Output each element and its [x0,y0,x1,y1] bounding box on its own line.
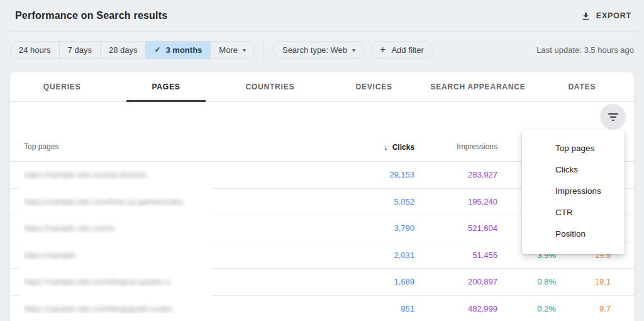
clicks-value: 3,790 [345,223,414,233]
menu-item-position[interactable]: Position [522,223,625,245]
ctr-value: 0.2% [497,304,556,313]
date-range-more[interactable]: More ▾ [210,42,254,59]
last-update-text: Last update: 3.5 hours ago [536,45,634,55]
date-range-3-months[interactable]: ✓ 3 months [145,42,210,59]
export-button[interactable]: EXPORT [581,11,631,21]
impressions-value: 51,455 [414,251,497,260]
add-filter-label: Add filter [391,45,423,55]
impressions-value: 195,240 [414,197,497,206]
dimension-tabs: QUERIES PAGES COUNTRIES DEVICES SEARCH A… [10,72,634,102]
tab-label: COUNTRIES [245,82,294,91]
clicks-value: 951 [345,304,414,313]
impressions-value: 283,927 [414,170,497,179]
column-filter-button[interactable] [600,104,626,130]
impressions-value: 521,604 [414,223,497,233]
tab-label: SEARCH APPEARANCE [430,82,525,91]
tab-label: DEVICES [356,82,392,91]
tab-queries[interactable]: QUERIES [10,72,114,101]
impressions-value: 200,897 [414,277,497,286]
column-header-top-pages[interactable]: Top pages [24,142,345,151]
plus-icon: + [380,44,386,55]
toolbar-separator [264,42,264,59]
menu-item-top-pages[interactable]: Top pages [522,138,625,159]
menu-item-ctr[interactable]: CTR [522,202,625,223]
column-header-impressions[interactable]: Impressions [414,142,497,151]
page-url-blurred: https://sample-site.com/blog/cp-guides-x [24,277,345,286]
privacy-blur-overlay [19,162,211,321]
search-type-label: Search type: Web [282,45,347,55]
filter-funnel-icon [608,113,618,115]
date-range-label: 3 months [166,45,203,55]
position-value: 9.7 [556,304,611,313]
tab-label: DATES [568,82,596,91]
chevron-down-icon: ▾ [352,47,355,54]
check-icon: ✓ [154,45,160,54]
table-controls-row [10,102,634,132]
tab-label: QUERIES [43,82,81,91]
download-icon [581,11,591,21]
export-label: EXPORT [596,11,631,20]
date-range-28-days[interactable]: 28 days [100,42,146,59]
column-header-clicks[interactable]: ↓Clicks [345,142,414,152]
chevron-down-icon: ▾ [243,47,246,54]
tab-search-appearance[interactable]: SEARCH APPEARANCE [426,72,530,101]
add-filter-chip[interactable]: + Add filter [370,41,433,59]
date-range-7-days[interactable]: 7 days [59,42,100,59]
page-header: Performance on Search results EXPORT [0,0,644,31]
page-title: Performance on Search results [15,10,167,21]
tab-countries[interactable]: COUNTRIES [218,72,322,101]
ctr-value: 0.8% [497,277,556,286]
position-value: 19.1 [556,277,611,286]
page-url-blurred: https://sample-site.com/blog/guide-codes [24,304,345,313]
menu-item-clicks[interactable]: Clicks [522,159,625,181]
clicks-value: 1,689 [345,277,414,286]
impressions-value: 482,999 [414,304,497,313]
clicks-value: 5,052 [345,197,414,206]
sort-desc-icon: ↓ [384,142,388,152]
date-range-label: More [219,45,238,55]
clicks-value: 2,031 [345,251,414,260]
filter-toolbar: 24 hours 7 days 28 days ✓ 3 months More … [10,40,634,59]
tab-pages[interactable]: PAGES [114,72,218,101]
menu-item-impressions[interactable]: Impressions [522,181,625,202]
page-url-blurred: https://sample-site.com/free-cp-gamemode… [24,197,345,206]
tab-label: PAGES [152,82,180,91]
date-range-24-hours[interactable]: 24 hours [11,42,59,59]
search-type-chip[interactable]: Search type: Web ▾ [273,41,365,59]
date-range-label: 28 days [109,45,138,55]
header-divider [10,31,638,32]
tab-dates[interactable]: DATES [530,72,634,101]
page-url-blurred: https://sample-site.com/x [24,223,345,233]
date-range-group: 24 hours 7 days 28 days ✓ 3 months More … [10,41,255,59]
date-range-label: 7 days [68,45,92,55]
tab-devices[interactable]: DEVICES [322,72,426,101]
page-url-blurred: https://sample. [24,251,345,260]
column-visibility-menu: Top pages Clicks Impressions CTR Positio… [522,130,625,254]
clicks-value: 29,153 [345,170,414,179]
page-url-blurred: https://sample-site.com/qr-browse [24,170,345,179]
date-range-label: 24 hours [19,45,51,55]
